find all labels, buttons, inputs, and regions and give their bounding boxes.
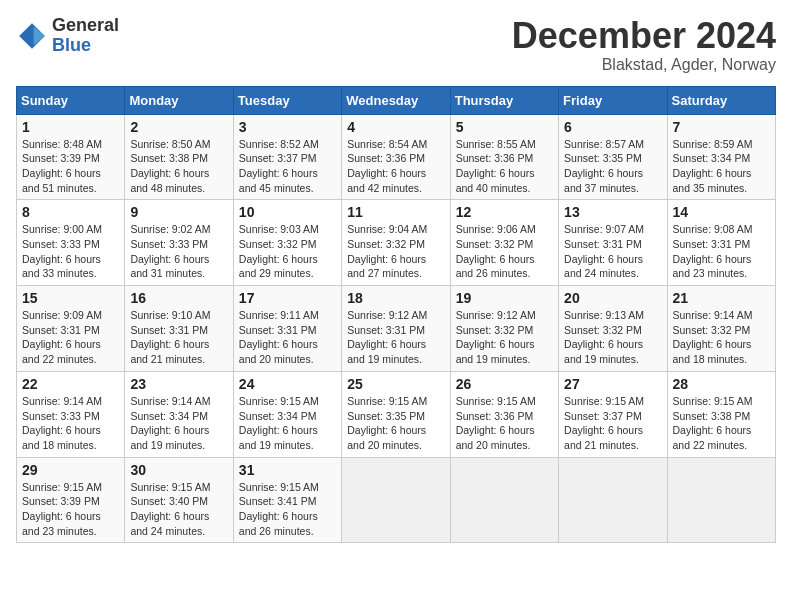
day-info: Sunrise: 9:06 AMSunset: 3:32 PMDaylight:… <box>456 222 553 281</box>
day-number: 22 <box>22 376 119 392</box>
calendar-cell: 3Sunrise: 8:52 AMSunset: 3:37 PMDaylight… <box>233 114 341 200</box>
calendar-week-row: 29Sunrise: 9:15 AMSunset: 3:39 PMDayligh… <box>17 457 776 543</box>
day-info: Sunrise: 8:55 AMSunset: 3:36 PMDaylight:… <box>456 137 553 196</box>
day-info: Sunrise: 9:14 AMSunset: 3:32 PMDaylight:… <box>673 308 770 367</box>
day-info: Sunrise: 9:07 AMSunset: 3:31 PMDaylight:… <box>564 222 661 281</box>
calendar-cell: 12Sunrise: 9:06 AMSunset: 3:32 PMDayligh… <box>450 200 558 286</box>
calendar-cell: 9Sunrise: 9:02 AMSunset: 3:33 PMDaylight… <box>125 200 233 286</box>
calendar-cell: 8Sunrise: 9:00 AMSunset: 3:33 PMDaylight… <box>17 200 125 286</box>
day-info: Sunrise: 9:15 AMSunset: 3:36 PMDaylight:… <box>456 394 553 453</box>
calendar-cell: 20Sunrise: 9:13 AMSunset: 3:32 PMDayligh… <box>559 286 667 372</box>
location-text: Blakstad, Agder, Norway <box>512 56 776 74</box>
calendar-cell <box>559 457 667 543</box>
day-info: Sunrise: 9:14 AMSunset: 3:34 PMDaylight:… <box>130 394 227 453</box>
day-number: 20 <box>564 290 661 306</box>
col-header-saturday: Saturday <box>667 86 775 114</box>
day-number: 18 <box>347 290 444 306</box>
calendar-cell: 18Sunrise: 9:12 AMSunset: 3:31 PMDayligh… <box>342 286 450 372</box>
logo-blue-text: Blue <box>52 35 91 55</box>
calendar-cell: 31Sunrise: 9:15 AMSunset: 3:41 PMDayligh… <box>233 457 341 543</box>
day-number: 1 <box>22 119 119 135</box>
col-header-monday: Monday <box>125 86 233 114</box>
calendar-cell: 4Sunrise: 8:54 AMSunset: 3:36 PMDaylight… <box>342 114 450 200</box>
calendar-week-row: 15Sunrise: 9:09 AMSunset: 3:31 PMDayligh… <box>17 286 776 372</box>
day-number: 7 <box>673 119 770 135</box>
calendar-cell: 11Sunrise: 9:04 AMSunset: 3:32 PMDayligh… <box>342 200 450 286</box>
day-number: 10 <box>239 204 336 220</box>
logo-general-text: General <box>52 15 119 35</box>
day-info: Sunrise: 9:04 AMSunset: 3:32 PMDaylight:… <box>347 222 444 281</box>
calendar-header-row: SundayMondayTuesdayWednesdayThursdayFrid… <box>17 86 776 114</box>
calendar-cell: 24Sunrise: 9:15 AMSunset: 3:34 PMDayligh… <box>233 371 341 457</box>
calendar-week-row: 22Sunrise: 9:14 AMSunset: 3:33 PMDayligh… <box>17 371 776 457</box>
day-number: 9 <box>130 204 227 220</box>
day-number: 15 <box>22 290 119 306</box>
day-number: 6 <box>564 119 661 135</box>
col-header-tuesday: Tuesday <box>233 86 341 114</box>
calendar-cell: 17Sunrise: 9:11 AMSunset: 3:31 PMDayligh… <box>233 286 341 372</box>
calendar-cell: 15Sunrise: 9:09 AMSunset: 3:31 PMDayligh… <box>17 286 125 372</box>
title-block: December 2024 Blakstad, Agder, Norway <box>512 16 776 74</box>
calendar-cell: 25Sunrise: 9:15 AMSunset: 3:35 PMDayligh… <box>342 371 450 457</box>
day-info: Sunrise: 9:15 AMSunset: 3:38 PMDaylight:… <box>673 394 770 453</box>
calendar-cell: 1Sunrise: 8:48 AMSunset: 3:39 PMDaylight… <box>17 114 125 200</box>
day-info: Sunrise: 9:03 AMSunset: 3:32 PMDaylight:… <box>239 222 336 281</box>
calendar-cell: 29Sunrise: 9:15 AMSunset: 3:39 PMDayligh… <box>17 457 125 543</box>
calendar-cell: 7Sunrise: 8:59 AMSunset: 3:34 PMDaylight… <box>667 114 775 200</box>
calendar-cell: 22Sunrise: 9:14 AMSunset: 3:33 PMDayligh… <box>17 371 125 457</box>
calendar-cell: 19Sunrise: 9:12 AMSunset: 3:32 PMDayligh… <box>450 286 558 372</box>
calendar-cell: 16Sunrise: 9:10 AMSunset: 3:31 PMDayligh… <box>125 286 233 372</box>
day-info: Sunrise: 9:15 AMSunset: 3:37 PMDaylight:… <box>564 394 661 453</box>
calendar-cell: 10Sunrise: 9:03 AMSunset: 3:32 PMDayligh… <box>233 200 341 286</box>
col-header-thursday: Thursday <box>450 86 558 114</box>
day-info: Sunrise: 9:15 AMSunset: 3:34 PMDaylight:… <box>239 394 336 453</box>
day-info: Sunrise: 9:02 AMSunset: 3:33 PMDaylight:… <box>130 222 227 281</box>
day-info: Sunrise: 8:59 AMSunset: 3:34 PMDaylight:… <box>673 137 770 196</box>
calendar-cell: 30Sunrise: 9:15 AMSunset: 3:40 PMDayligh… <box>125 457 233 543</box>
day-number: 11 <box>347 204 444 220</box>
day-number: 24 <box>239 376 336 392</box>
month-title: December 2024 <box>512 16 776 56</box>
calendar-cell: 28Sunrise: 9:15 AMSunset: 3:38 PMDayligh… <box>667 371 775 457</box>
day-info: Sunrise: 9:10 AMSunset: 3:31 PMDaylight:… <box>130 308 227 367</box>
day-number: 16 <box>130 290 227 306</box>
day-info: Sunrise: 8:52 AMSunset: 3:37 PMDaylight:… <box>239 137 336 196</box>
col-header-wednesday: Wednesday <box>342 86 450 114</box>
calendar-cell: 13Sunrise: 9:07 AMSunset: 3:31 PMDayligh… <box>559 200 667 286</box>
calendar-cell: 23Sunrise: 9:14 AMSunset: 3:34 PMDayligh… <box>125 371 233 457</box>
svg-marker-1 <box>34 26 45 45</box>
day-number: 28 <box>673 376 770 392</box>
day-number: 23 <box>130 376 227 392</box>
day-info: Sunrise: 9:00 AMSunset: 3:33 PMDaylight:… <box>22 222 119 281</box>
day-info: Sunrise: 9:15 AMSunset: 3:40 PMDaylight:… <box>130 480 227 539</box>
calendar-cell: 21Sunrise: 9:14 AMSunset: 3:32 PMDayligh… <box>667 286 775 372</box>
page-header: General Blue December 2024 Blakstad, Agd… <box>16 16 776 74</box>
day-info: Sunrise: 8:50 AMSunset: 3:38 PMDaylight:… <box>130 137 227 196</box>
calendar-cell <box>342 457 450 543</box>
col-header-friday: Friday <box>559 86 667 114</box>
logo-icon <box>16 20 48 52</box>
day-number: 29 <box>22 462 119 478</box>
day-number: 3 <box>239 119 336 135</box>
calendar-week-row: 1Sunrise: 8:48 AMSunset: 3:39 PMDaylight… <box>17 114 776 200</box>
calendar-cell <box>667 457 775 543</box>
calendar-cell: 6Sunrise: 8:57 AMSunset: 3:35 PMDaylight… <box>559 114 667 200</box>
calendar-body: 1Sunrise: 8:48 AMSunset: 3:39 PMDaylight… <box>17 114 776 543</box>
day-number: 12 <box>456 204 553 220</box>
day-info: Sunrise: 9:15 AMSunset: 3:39 PMDaylight:… <box>22 480 119 539</box>
day-number: 4 <box>347 119 444 135</box>
calendar-cell <box>450 457 558 543</box>
day-number: 26 <box>456 376 553 392</box>
day-info: Sunrise: 8:54 AMSunset: 3:36 PMDaylight:… <box>347 137 444 196</box>
day-info: Sunrise: 9:12 AMSunset: 3:31 PMDaylight:… <box>347 308 444 367</box>
day-number: 13 <box>564 204 661 220</box>
day-info: Sunrise: 9:11 AMSunset: 3:31 PMDaylight:… <box>239 308 336 367</box>
calendar-table: SundayMondayTuesdayWednesdayThursdayFrid… <box>16 86 776 544</box>
day-info: Sunrise: 9:13 AMSunset: 3:32 PMDaylight:… <box>564 308 661 367</box>
day-info: Sunrise: 9:09 AMSunset: 3:31 PMDaylight:… <box>22 308 119 367</box>
calendar-cell: 14Sunrise: 9:08 AMSunset: 3:31 PMDayligh… <box>667 200 775 286</box>
day-number: 14 <box>673 204 770 220</box>
day-number: 17 <box>239 290 336 306</box>
calendar-cell: 2Sunrise: 8:50 AMSunset: 3:38 PMDaylight… <box>125 114 233 200</box>
day-info: Sunrise: 8:48 AMSunset: 3:39 PMDaylight:… <box>22 137 119 196</box>
